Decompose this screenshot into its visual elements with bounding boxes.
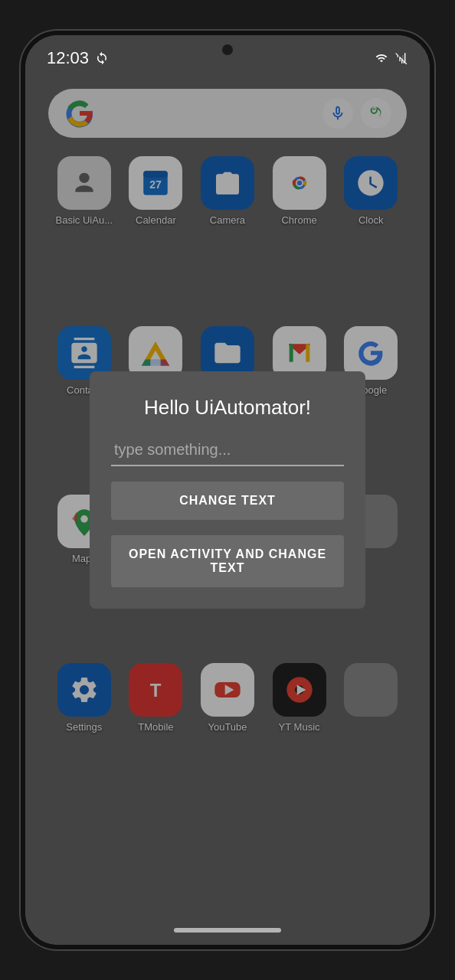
home-indicator[interactable] xyxy=(174,928,281,933)
phone-frame: 12:03 xyxy=(21,31,434,949)
dialog-input[interactable] xyxy=(111,435,344,466)
dialog-title: Hello UiAutomator! xyxy=(144,396,311,420)
phone-screen: 12:03 xyxy=(25,35,430,945)
change-text-button[interactable]: CHANGE TEXT xyxy=(111,482,344,520)
open-activity-button[interactable]: OPEN ACTIVITY AND CHANGE TEXT xyxy=(111,535,344,587)
dialog-box: Hello UiAutomator! CHANGE TEXT OPEN ACTI… xyxy=(90,371,365,609)
dialog-overlay: Hello UiAutomator! CHANGE TEXT OPEN ACTI… xyxy=(25,35,430,945)
